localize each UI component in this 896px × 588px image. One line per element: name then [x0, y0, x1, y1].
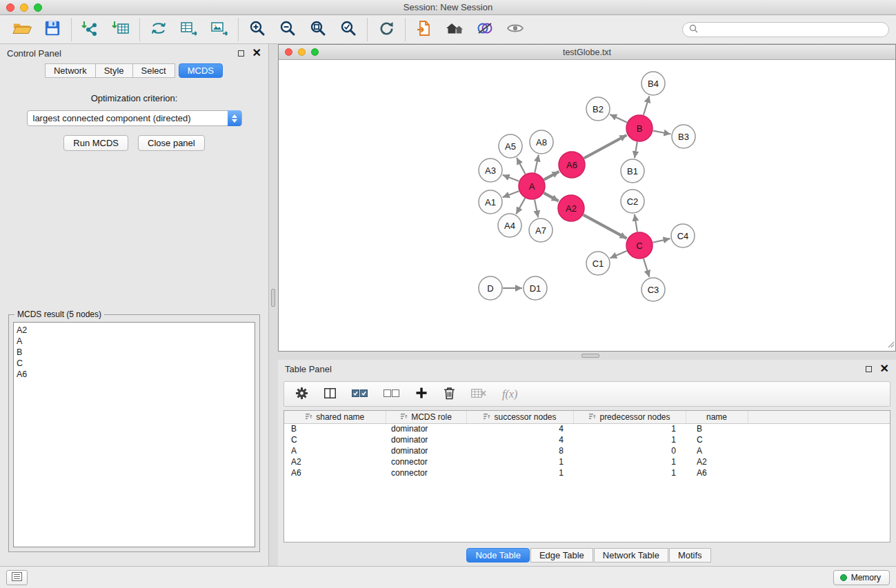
table-cell[interactable]: A6 [686, 467, 748, 478]
graph-edge-C-C3[interactable] [644, 258, 649, 277]
graph-edge-C-C4[interactable] [653, 239, 670, 243]
graph-edge-A2-C[interactable] [584, 215, 627, 239]
table-row[interactable]: A2connector11A2 [284, 456, 890, 467]
graph-edge-A-A8[interactable] [535, 155, 539, 173]
table-cell[interactable]: 1 [573, 467, 686, 478]
table-cell[interactable]: B [686, 423, 748, 434]
delete-table-button[interactable] [471, 388, 486, 401]
criterion-select[interactable]: largest connected component (directed) [27, 110, 242, 126]
table-cell[interactable]: dominator [386, 445, 466, 456]
graph-node-A6[interactable]: A6 [559, 152, 585, 178]
mcds-result-item[interactable]: A [17, 336, 252, 347]
zoom-out-button[interactable] [272, 17, 303, 42]
table-cell[interactable]: connector [386, 456, 466, 467]
select-all-button[interactable] [352, 389, 368, 400]
import-table-button[interactable] [106, 17, 136, 42]
document-arrow-button[interactable] [409, 17, 439, 42]
close-window-button[interactable] [6, 3, 14, 12]
mcds-result-item[interactable]: A2 [17, 325, 252, 336]
network-close-button[interactable] [285, 48, 292, 56]
table-cell[interactable]: A [686, 445, 748, 456]
window-resize-grip-icon[interactable] [886, 340, 895, 350]
show-hide-button[interactable] [500, 17, 530, 42]
graph-node-C3[interactable]: C3 [641, 278, 665, 301]
tab-mcds[interactable]: MCDS [179, 63, 223, 78]
mcds-result-item[interactable]: B [17, 347, 252, 358]
run-mcds-button[interactable]: Run MCDS [63, 135, 128, 151]
table-cell[interactable]: A2 [686, 456, 748, 467]
graph-node-B[interactable]: B [626, 115, 653, 141]
fullscreen-window-button[interactable] [34, 3, 42, 12]
tab-edge-table[interactable]: Edge Table [530, 548, 593, 562]
table-cell[interactable]: 0 [573, 445, 686, 456]
tab-network-table[interactable]: Network Table [594, 548, 668, 562]
table-row[interactable]: Bdominator41B [284, 423, 890, 434]
network-zoom-button[interactable] [311, 48, 319, 56]
table-cell[interactable]: connector [386, 467, 466, 478]
table-cell[interactable]: B [284, 423, 386, 434]
curved-arrows-button[interactable] [143, 17, 174, 42]
table-cell[interactable]: 8 [466, 445, 573, 456]
graph-node-C[interactable]: C [626, 232, 653, 258]
memory-button[interactable]: Memory [833, 570, 890, 585]
tab-motifs[interactable]: Motifs [669, 548, 711, 562]
import-network-button[interactable] [75, 17, 106, 42]
graph-edge-C-C2[interactable] [635, 214, 637, 232]
graph-edge-A-A7[interactable] [535, 200, 538, 218]
tab-select[interactable]: Select [132, 63, 175, 78]
graph-node-A3[interactable]: A3 [479, 159, 502, 182]
table-cell[interactable]: dominator [386, 434, 466, 445]
search-input[interactable] [701, 25, 882, 34]
export-table-button[interactable] [174, 17, 204, 42]
graph-edge-A-A4[interactable] [516, 198, 525, 214]
network-minimize-button[interactable] [298, 48, 306, 56]
column-header-shared-name[interactable]: shared name [284, 411, 386, 423]
graph-node-D[interactable]: D [479, 276, 502, 300]
table-cell[interactable]: 4 [466, 434, 573, 445]
table-row[interactable]: Cdominator41C [284, 434, 890, 445]
graph-node-B2[interactable]: B2 [586, 97, 610, 121]
graph-node-A5[interactable]: A5 [499, 134, 522, 158]
minimize-window-button[interactable] [20, 3, 28, 12]
task-history-button[interactable] [6, 570, 28, 585]
graph-edge-A-A1[interactable] [503, 191, 519, 197]
table-cell[interactable]: A6 [284, 467, 386, 478]
splitter-handle-icon[interactable] [271, 289, 275, 307]
mcds-result-list[interactable]: A2ABCA6 [13, 322, 255, 547]
table-cell[interactable]: A2 [284, 456, 386, 467]
zoom-selected-button[interactable] [333, 17, 364, 42]
new-column-button[interactable] [415, 387, 428, 401]
graph-node-A7[interactable]: A7 [529, 219, 552, 242]
graph-edge-A-A3[interactable] [503, 175, 519, 181]
table-row[interactable]: A6connector11A6 [284, 467, 890, 478]
graph-node-A[interactable]: A [519, 173, 545, 199]
graph-node-B4[interactable]: B4 [641, 72, 665, 95]
export-image-button[interactable] [204, 17, 235, 42]
table-cell[interactable]: dominator [386, 423, 466, 434]
graph-node-A2[interactable]: A2 [558, 195, 584, 221]
network-graph[interactable]: AA1A2A3A4A5A6A7A8BB1B2B3B4CC1C2C3C4DD1 [279, 60, 895, 351]
graph-node-C4[interactable]: C4 [671, 224, 695, 247]
horizontal-splitter[interactable] [278, 352, 896, 360]
delete-column-button[interactable] [444, 387, 455, 402]
graph-edge-B-B3[interactable] [653, 131, 671, 134]
tab-style[interactable]: Style [95, 63, 133, 78]
control-panel-close-button[interactable]: ✕ [252, 48, 261, 59]
graph-edge-A-A5[interactable] [517, 158, 526, 174]
table-cell[interactable]: 4 [466, 423, 573, 434]
column-header-successor-nodes[interactable]: successor nodes [466, 411, 573, 423]
splitter-handle-icon[interactable] [581, 354, 599, 358]
graph-edge-C-C1[interactable] [610, 251, 626, 258]
table-row[interactable]: Adominator80A [284, 445, 890, 456]
save-session-button[interactable] [37, 17, 68, 42]
graph-edge-A-A2[interactable] [544, 193, 558, 201]
table-cell[interactable]: 1 [466, 467, 573, 478]
graph-node-A1[interactable]: A1 [479, 190, 502, 214]
table-cell[interactable]: 1 [573, 423, 686, 434]
function-builder-button[interactable]: f(x) [502, 388, 517, 401]
graph-node-D1[interactable]: D1 [524, 276, 547, 300]
zoom-fit-button[interactable] [303, 17, 333, 42]
table-cell[interactable]: 1 [573, 456, 686, 467]
graph-node-C1[interactable]: C1 [586, 252, 610, 275]
table-cell[interactable]: C [686, 434, 748, 445]
